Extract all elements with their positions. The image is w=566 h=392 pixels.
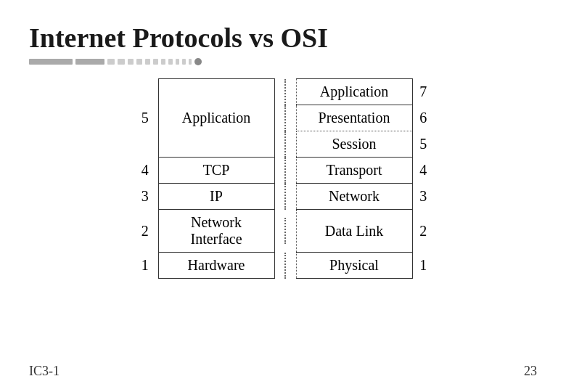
inet-number-5: 5 [132, 105, 158, 131]
osi-number-3: 3 [412, 184, 434, 210]
table-container: Application Application 7 5 Presentation… [29, 78, 537, 279]
osi-layer-network: Network [296, 184, 412, 210]
table-row: Application Application 7 [132, 79, 434, 105]
slide: Internet Protocols vs OSI [0, 0, 566, 392]
osi-number-4: 4 [412, 158, 434, 184]
inet-layer-tcp: TCP [158, 158, 274, 184]
divider [274, 210, 296, 253]
osi-layer-presentation: Presentation [296, 105, 412, 131]
inet-layer-application: Application [158, 79, 274, 158]
divider [274, 79, 296, 105]
osi-number-2: 2 [412, 210, 434, 253]
osi-number-6: 6 [412, 105, 434, 131]
osi-number-1: 1 [412, 253, 434, 279]
divider [274, 184, 296, 210]
table-row: 4 TCP Transport 4 [132, 158, 434, 184]
table-row: 1 Hardware Physical 1 [132, 253, 434, 279]
inet-number-4: 4 [132, 158, 158, 184]
inet-number-3: 3 [132, 184, 158, 210]
osi-layer-session: Session [296, 131, 412, 158]
osi-layer-physical: Physical [296, 253, 412, 279]
table-row: 3 IP Network 3 [132, 184, 434, 210]
footer-right: 23 [524, 364, 537, 379]
osi-number-7: 7 [412, 79, 434, 105]
table-row: 2 Network Interface Data Link 2 [132, 210, 434, 253]
inet-number [132, 79, 158, 105]
inet-number-1: 1 [132, 253, 158, 279]
title-underline [29, 58, 537, 65]
inet-layer-ip: IP [158, 184, 274, 210]
inet-number-2: 2 [132, 210, 158, 253]
comparison-table: Application Application 7 5 Presentation… [132, 78, 434, 279]
page-title: Internet Protocols vs OSI [29, 22, 537, 54]
inet-layer-hardware: Hardware [158, 253, 274, 279]
inet-layer-network-interface: Network Interface [158, 210, 274, 253]
osi-layer-datalink: Data Link [296, 210, 412, 253]
footer: IC3-1 23 [0, 364, 566, 379]
divider [274, 158, 296, 184]
divider [274, 253, 296, 279]
footer-left: IC3-1 [29, 364, 60, 379]
osi-layer-application: Application [296, 79, 412, 105]
divider [274, 131, 296, 158]
inet-number-blank [132, 131, 158, 158]
divider [274, 105, 296, 131]
osi-number-5: 5 [412, 131, 434, 158]
osi-layer-transport: Transport [296, 158, 412, 184]
